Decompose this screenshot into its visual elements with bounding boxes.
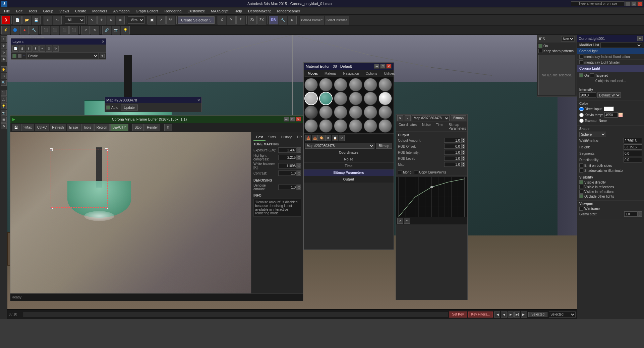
lt-cameras[interactable]: 📷	[1, 110, 7, 116]
lt-rotate[interactable]: ↻	[1, 50, 7, 56]
map-curve-area[interactable]	[396, 177, 467, 217]
vfb-tab-history[interactable]: History	[279, 134, 294, 141]
st-btn2[interactable]: 🔵	[11, 26, 19, 34]
me-assign-btn[interactable]: 🎨	[318, 135, 325, 141]
output-up[interactable]: ▲	[461, 138, 465, 140]
tb-x[interactable]: X	[218, 16, 226, 24]
me-sphere-16[interactable]	[349, 106, 362, 119]
me-tab-modes[interactable]: Modes	[305, 71, 320, 76]
rotate-btn[interactable]: ↻	[107, 16, 115, 24]
menu-renderbeamer[interactable]: renderbeamer	[274, 8, 303, 14]
scale-btn[interactable]: ⊕	[116, 16, 125, 24]
me-sphere-20[interactable]	[319, 119, 333, 133]
me-sphere-22[interactable]	[349, 119, 362, 133]
layers-refresh-btn[interactable]: ↻	[53, 46, 59, 52]
st-btn7[interactable]: ⬛	[60, 26, 69, 34]
me-sphere-17[interactable]	[364, 106, 377, 119]
save-btn[interactable]: 💾	[32, 16, 41, 24]
lt-lights[interactable]: 💡	[1, 103, 7, 109]
filter-dropdown[interactable]: All	[65, 16, 85, 24]
layers-settings-btn[interactable]: ⚙	[46, 46, 52, 52]
anim-next-frame[interactable]: ▶|	[514, 311, 520, 318]
denoise-up[interactable]: ▲	[297, 185, 301, 187]
layers-add-btn[interactable]: +	[39, 46, 45, 52]
contrast-up[interactable]: ▲	[297, 170, 301, 173]
minimize-btn[interactable]: ─	[625, 1, 631, 6]
wb-up[interactable]: ▲	[297, 163, 301, 166]
shape-dropdown[interactable]: Sphere Rectangle Disc	[579, 132, 606, 137]
me-sphere-6[interactable]	[378, 78, 392, 91]
occlude-lights-cb[interactable]	[579, 194, 583, 198]
menu-group[interactable]: Group	[40, 8, 56, 14]
vfb-region-btn[interactable]: Region	[94, 124, 110, 131]
map-curve-add-btn[interactable]: ~	[404, 218, 410, 224]
kelvin-radio[interactable]	[579, 113, 584, 117]
map-close-btn[interactable]: ✕	[197, 98, 200, 102]
lt-shapes[interactable]: △	[1, 96, 7, 102]
me-sphere-13[interactable]	[304, 106, 318, 119]
ies-dropdown[interactable]: None	[561, 36, 575, 42]
tb-corona-convert[interactable]: Corona Convert	[300, 16, 325, 24]
open-btn[interactable]: 📂	[22, 16, 31, 24]
vfb-tab-post[interactable]: Post	[253, 134, 266, 141]
texmap-radio[interactable]	[579, 119, 584, 123]
st-light[interactable]: 💡	[121, 26, 130, 34]
me-sphere-8[interactable]	[319, 92, 333, 105]
width-input[interactable]	[624, 138, 642, 143]
mono-cb[interactable]	[398, 170, 402, 174]
visible-reflections-cb[interactable]	[579, 185, 583, 189]
gizmo-up[interactable]: ▲	[638, 211, 642, 214]
menu-views[interactable]: Views	[57, 8, 72, 14]
me-sphere-14[interactable]	[319, 106, 333, 119]
on2-cb[interactable]	[579, 73, 583, 77]
map-props-minus-btn[interactable]: -	[405, 115, 411, 121]
map-tab-noise[interactable]: Noise	[419, 122, 433, 131]
highlight-down[interactable]: ▼	[297, 157, 301, 160]
targeted-cb[interactable]	[590, 73, 594, 77]
on-cb[interactable]	[538, 44, 542, 48]
search-box[interactable]: Type a keyword or phrase	[571, 1, 625, 6]
me-sphere-1[interactable]	[304, 78, 318, 91]
lt-orbit[interactable]: ⊙	[1, 73, 7, 79]
height-input[interactable]	[624, 144, 642, 150]
anim-go-end[interactable]: ▶|	[521, 311, 527, 318]
menu-customize[interactable]: Customize	[185, 8, 208, 14]
me-sphere-21[interactable]	[334, 119, 347, 133]
vfb-max-btn[interactable]: >Max	[21, 124, 34, 131]
map-curve-reset-btn[interactable]: ✕	[397, 218, 403, 224]
tb-2d[interactable]: 2X	[248, 16, 257, 24]
percent-snap-btn[interactable]: %	[166, 16, 175, 24]
copy-curve-cb[interactable]	[414, 170, 418, 174]
rgb-intensity-input[interactable]	[444, 150, 461, 155]
layers-down-btn[interactable]: ⬇	[33, 46, 39, 52]
me-minimize[interactable]: ─	[374, 64, 379, 69]
bump-down[interactable]: ▼	[461, 164, 465, 167]
corona-light-mod-item[interactable]: CoronaLight	[577, 48, 644, 54]
app-logo-btn[interactable]: 3	[1, 16, 10, 24]
tb-zx[interactable]: ZX	[257, 16, 266, 24]
contrast-down[interactable]: ▼	[297, 173, 301, 176]
vfb-tab-dr[interactable]: DR	[294, 134, 303, 141]
create-selection-btn[interactable]: Create Selection 5	[178, 16, 215, 24]
vfb-tools-btn[interactable]: Tools	[81, 124, 94, 131]
level-down[interactable]: ▼	[461, 158, 465, 161]
me-reset-btn[interactable]: ↺	[325, 135, 331, 141]
vfb-tab-stats[interactable]: Stats	[266, 134, 279, 141]
lt-scale[interactable]: ⊕	[1, 56, 7, 62]
mental-ray-light-shader[interactable]: mental ray Light Shader	[577, 60, 644, 65]
selected-dropdown[interactable]: Selected	[549, 311, 576, 318]
menu-maxscript[interactable]: MAXScript	[208, 8, 231, 14]
vfb-render-btn[interactable]: Render	[144, 124, 160, 131]
tb-y[interactable]: Y	[227, 16, 236, 24]
level-up[interactable]: ▲	[461, 156, 465, 158]
select-btn[interactable]: ↖	[88, 16, 97, 24]
me-sphere-5[interactable]	[364, 78, 377, 91]
me-sphere-12[interactable]	[378, 92, 392, 105]
offset-down[interactable]: ▼	[461, 146, 465, 149]
lt-select[interactable]: ↖	[1, 36, 7, 42]
map-tab-bitmap[interactable]: Bitmap Parameters	[446, 122, 468, 131]
lt-systems[interactable]: ⚙	[1, 123, 7, 129]
st-btn6[interactable]: ⬛	[51, 26, 59, 34]
vfb-image[interactable]	[10, 132, 251, 293]
white-balance-input[interactable]	[278, 163, 297, 168]
